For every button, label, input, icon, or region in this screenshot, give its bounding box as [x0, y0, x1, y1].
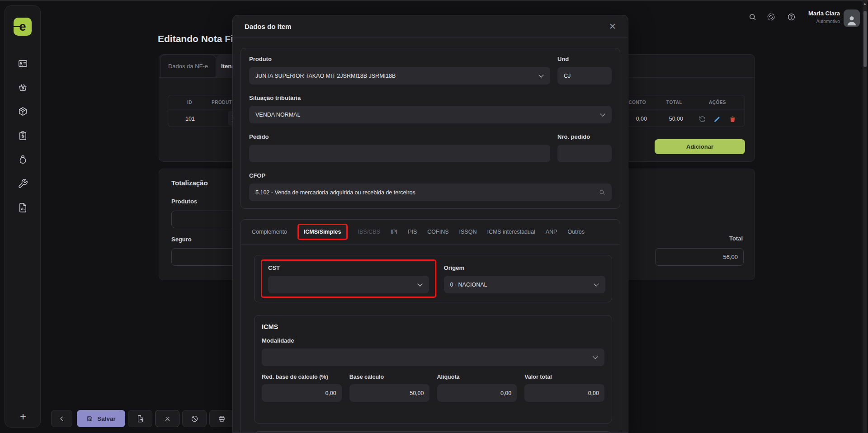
chevron-down-icon: [417, 281, 422, 286]
modal-header: Dados do item ✕: [233, 15, 628, 38]
sidebar-item-sales-basket[interactable]: [18, 82, 28, 93]
sidebar-item-finance-moneybag[interactable]: [18, 155, 28, 165]
print-button[interactable]: [209, 410, 234, 427]
icms-card: ICMS Modalidade Red. base de cálculo (%)…: [254, 315, 612, 424]
cst-label: CST: [268, 264, 429, 271]
cst-select[interactable]: [268, 276, 429, 293]
delete-item-icon[interactable]: [729, 115, 736, 123]
tax-sections-card: Complemento ICMS/Simples IBS/CBS IPI PIS…: [241, 219, 620, 433]
back-button[interactable]: [51, 410, 72, 427]
col-header-id: ID: [187, 100, 192, 105]
und-label: Und: [557, 56, 612, 62]
refresh-item-icon[interactable]: [698, 115, 706, 123]
tax-tab-outros[interactable]: Outros: [567, 229, 585, 235]
produto-select[interactable]: JUNTA SUPERIOR TAKAO MIT 2JSRMI18B JSRMI…: [249, 67, 550, 85]
produto-value: JUNTA SUPERIOR TAKAO MIT 2JSRMI18B JSRMI…: [255, 73, 396, 79]
cfop-input[interactable]: 5.102 - Venda de mercadoria adquirida ou…: [249, 184, 612, 201]
tax-tab-complemento[interactable]: Complemento: [252, 229, 287, 235]
cfop-value: 5.102 - Venda de mercadoria adquirida ou…: [255, 189, 415, 196]
base-calculo-input[interactable]: 50,00: [349, 384, 429, 402]
tax-tab-anp[interactable]: ANP: [546, 229, 557, 235]
save-button[interactable]: Salvar: [77, 410, 125, 427]
tax-tab-icms-simples: ICMS/Simples: [304, 229, 341, 235]
nro-pedido-label: Nro. pedido: [557, 133, 612, 140]
col-header-acoes: AÇÕES: [709, 100, 726, 105]
next-section-card: [254, 431, 612, 433]
produtos-label: Produtos: [171, 198, 197, 205]
valor-total-input[interactable]: 0,00: [524, 384, 604, 402]
red-base-calculo-label: Red. base de cálculo (%): [262, 374, 342, 380]
sidebar-item-contacts[interactable]: [18, 58, 28, 69]
seguro-label: Seguro: [171, 236, 192, 243]
cell-item-desconto: 0,00: [636, 116, 647, 122]
valor-total-value: 0,00: [588, 390, 599, 396]
base-calculo-value: 50,00: [410, 390, 424, 396]
red-base-calculo-input[interactable]: 0,00: [262, 384, 342, 402]
total-label: Total: [729, 235, 743, 242]
tax-tab-cofins[interactable]: COFINS: [427, 229, 448, 235]
block-button[interactable]: [182, 410, 207, 427]
aliquota-label: Alíquota: [437, 374, 517, 380]
pedido-label: Pedido: [249, 133, 550, 140]
search-icon[interactable]: [599, 189, 605, 196]
origem-label: Origem: [444, 264, 605, 271]
user-role: Automotivo: [816, 19, 840, 24]
sidebar-item-tools-wrench[interactable]: [18, 179, 28, 189]
tax-tab-icms-interestadual[interactable]: ICMS interestadual: [487, 229, 535, 235]
logo-e-glyph: e: [19, 20, 26, 34]
origem-select[interactable]: 0 - NACIONAL: [444, 276, 605, 293]
cell-item-total: 50,00: [669, 116, 683, 122]
situacao-tributaria-select[interactable]: VENDA NORMAL: [249, 106, 612, 123]
search-icon[interactable]: [748, 13, 757, 21]
tax-tab-ibs-cbs[interactable]: IBS/CBS: [358, 229, 380, 235]
sidebar-add-button[interactable]: +: [5, 410, 41, 423]
cst-highlight-box: CST: [261, 259, 436, 298]
avatar[interactable]: [844, 9, 860, 27]
tax-tab-ipi[interactable]: IPI: [391, 229, 397, 235]
modalidade-select[interactable]: [262, 348, 604, 366]
help-icon[interactable]: [787, 13, 796, 21]
und-input[interactable]: CJ: [557, 67, 612, 85]
edit-item-icon[interactable]: [713, 115, 721, 123]
origem-value: 0 - NACIONAL: [450, 282, 487, 288]
tax-tab-icms-simples-highlight[interactable]: ICMS/Simples: [297, 224, 348, 240]
item-fields-card: Produto JUNTA SUPERIOR TAKAO MIT 2JSRMI1…: [241, 48, 620, 209]
situacao-tributaria-label: Situação tributária: [249, 94, 612, 101]
adicionar-button[interactable]: Adicionar: [655, 139, 745, 154]
save-label: Salvar: [97, 415, 116, 422]
chevron-down-icon: [600, 111, 605, 116]
scrollbar-thumb[interactable]: [863, 11, 867, 67]
scrollbar-up-arrow[interactable]: ▲: [863, 2, 867, 6]
nro-pedido-input[interactable]: [557, 145, 612, 162]
chevron-down-icon: [594, 281, 599, 286]
situacao-value: VENDA NORMAL: [255, 112, 300, 118]
user-name[interactable]: Maria Clara: [808, 10, 840, 17]
ban-icon: [191, 415, 198, 423]
tab-dados-da-nfe[interactable]: Dados da NF-e: [160, 55, 216, 77]
aliquota-input[interactable]: 0,00: [437, 384, 517, 402]
col-header-total: TOTAL: [666, 100, 682, 105]
tax-tab-pis[interactable]: PIS: [408, 229, 417, 235]
sidebar-item-billing-clipboard[interactable]: [18, 131, 28, 141]
top-border-strip: [0, 0, 868, 1]
sidebar-item-products-package[interactable]: [18, 106, 28, 117]
valor-total-label: Valor total: [524, 374, 604, 380]
dados-do-item-modal: Dados do item ✕ Produto JUNTA SUPERIOR T…: [232, 15, 628, 433]
totalizacao-title: Totalização: [171, 179, 208, 187]
app-logo[interactable]: e: [14, 18, 32, 36]
tax-tab-issqn[interactable]: ISSQN: [459, 229, 477, 235]
chevron-down-icon: [593, 354, 598, 359]
adicionar-label: Adicionar: [686, 143, 713, 150]
close-icon[interactable]: ✕: [609, 22, 616, 31]
total-input[interactable]: 56,00: [655, 248, 744, 266]
icms-title: ICMS: [262, 323, 604, 330]
theme-brightness-icon[interactable]: [767, 13, 775, 21]
sidebar-item-reports-filechart[interactable]: [18, 202, 28, 213]
x-icon: [164, 415, 171, 423]
chevron-down-icon: [538, 72, 543, 77]
aliquota-value: 0,00: [500, 390, 511, 396]
cancel-button[interactable]: [155, 410, 179, 427]
export-file-button[interactable]: [128, 410, 152, 427]
cfop-label: CFOP: [249, 172, 612, 179]
pedido-input[interactable]: [249, 145, 550, 162]
